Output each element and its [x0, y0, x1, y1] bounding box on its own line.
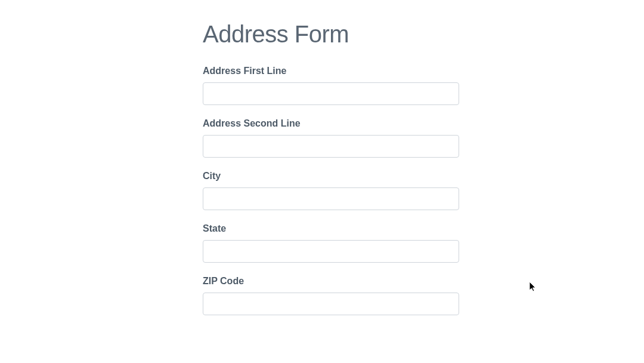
label-zip: ZIP Code: [203, 276, 459, 287]
form-group-address1: Address First Line: [203, 66, 459, 105]
form-group-address2: Address Second Line: [203, 118, 459, 158]
form-group-city: City: [203, 171, 459, 210]
input-address2[interactable]: [203, 135, 459, 158]
form-container: Address Form Address First Line Address …: [203, 0, 459, 315]
input-city[interactable]: [203, 187, 459, 210]
label-address2: Address Second Line: [203, 118, 459, 129]
input-address1[interactable]: [203, 82, 459, 105]
label-address1: Address First Line: [203, 66, 459, 76]
label-state: State: [203, 223, 459, 234]
form-group-state: State: [203, 223, 459, 263]
input-zip[interactable]: [203, 293, 459, 315]
label-city: City: [203, 171, 459, 182]
page-title: Address Form: [203, 21, 459, 48]
cursor-icon: [530, 282, 537, 293]
form-group-zip: ZIP Code: [203, 276, 459, 315]
input-state[interactable]: [203, 240, 459, 263]
